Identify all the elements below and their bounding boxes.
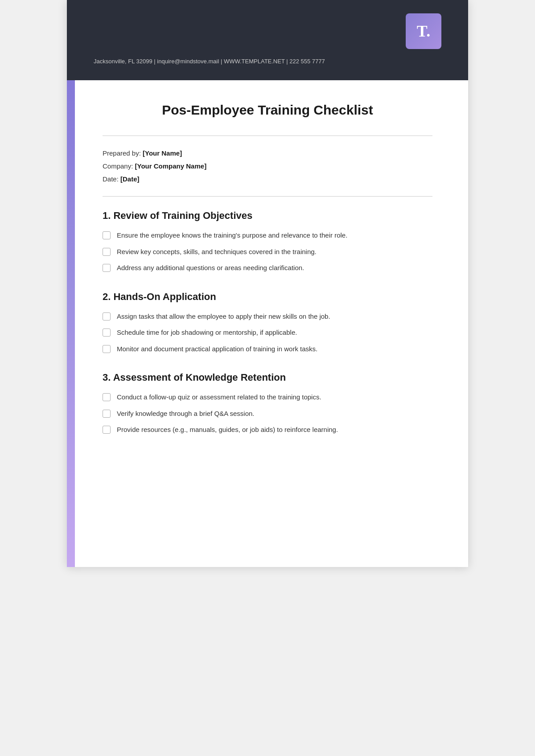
left-accent-bar [67,0,75,567]
divider-meta [103,196,432,197]
meta-section: Prepared by: [Your Name] Company: [Your … [103,149,432,183]
checkbox[interactable] [103,393,111,401]
section-title-2: 2. Hands-On Application [103,291,432,303]
logo-box: T. [406,13,441,49]
date-value: [Date] [120,175,140,183]
logo-letter: T. [417,22,430,41]
list-item: Assign tasks that allow the employee to … [103,312,432,322]
checklist-item-text: Ensure the employee knows the training's… [117,230,347,241]
prepared-by-label: Prepared by: [103,149,141,157]
checklist-item-text: Review key concepts, skills, and techniq… [117,247,317,257]
checkbox[interactable] [103,345,111,353]
contact-info: Jacksonville, FL 32099 | inquire@mindsto… [94,58,441,69]
checklist-item-text: Schedule time for job shadowing or mento… [117,328,297,338]
document-header: T. Jacksonville, FL 32099 | inquire@mind… [67,0,468,80]
list-item: Address any additional questions or area… [103,263,432,273]
section-2: 2. Hands-On ApplicationAssign tasks that… [103,291,432,354]
checklist-item-text: Monitor and document practical applicati… [117,344,317,354]
prepared-by-row: Prepared by: [Your Name] [103,149,432,157]
list-item: Review key concepts, skills, and techniq… [103,247,432,257]
company-label: Company: [103,162,133,170]
list-item: Verify knowledge through a brief Q&A ses… [103,409,432,419]
main-content: Pos-Employee Training Checklist Prepared… [67,80,468,480]
checkbox[interactable] [103,248,111,256]
section-title-1: 1. Review of Training Objectives [103,210,432,222]
document-page: T. Jacksonville, FL 32099 | inquire@mind… [67,0,468,567]
list-item: Schedule time for job shadowing or mento… [103,328,432,338]
checklist-item-text: Verify knowledge through a brief Q&A ses… [117,409,255,419]
checkbox[interactable] [103,312,111,320]
checklist-1: Ensure the employee knows the training's… [103,230,432,273]
sections-container: 1. Review of Training ObjectivesEnsure t… [103,210,432,435]
section-title-3: 3. Assessment of Knowledge Retention [103,372,432,383]
company-row: Company: [Your Company Name] [103,162,432,170]
checklist-item-text: Conduct a follow-up quiz or assessment r… [117,392,321,403]
checklist-item-text: Assign tasks that allow the employee to … [117,312,330,322]
divider-top [103,136,432,136]
list-item: Conduct a follow-up quiz or assessment r… [103,392,432,403]
date-row: Date: [Date] [103,175,432,183]
checkbox[interactable] [103,231,111,239]
list-item: Provide resources (e.g., manuals, guides… [103,425,432,435]
prepared-by-value: [Your Name] [143,149,182,157]
date-label: Date: [103,175,119,183]
checkbox[interactable] [103,426,111,434]
company-value: [Your Company Name] [135,162,207,170]
header-top: T. [94,13,441,49]
section-1: 1. Review of Training ObjectivesEnsure t… [103,210,432,273]
list-item: Ensure the employee knows the training's… [103,230,432,241]
section-3: 3. Assessment of Knowledge RetentionCond… [103,372,432,435]
checklist-item-text: Provide resources (e.g., manuals, guides… [117,425,338,435]
checkbox[interactable] [103,264,111,272]
checklist-3: Conduct a follow-up quiz or assessment r… [103,392,432,435]
checklist-item-text: Address any additional questions or area… [117,263,304,273]
document-title: Pos-Employee Training Checklist [103,103,432,118]
checkbox[interactable] [103,410,111,418]
list-item: Monitor and document practical applicati… [103,344,432,354]
checkbox[interactable] [103,329,111,337]
checklist-2: Assign tasks that allow the employee to … [103,312,432,354]
